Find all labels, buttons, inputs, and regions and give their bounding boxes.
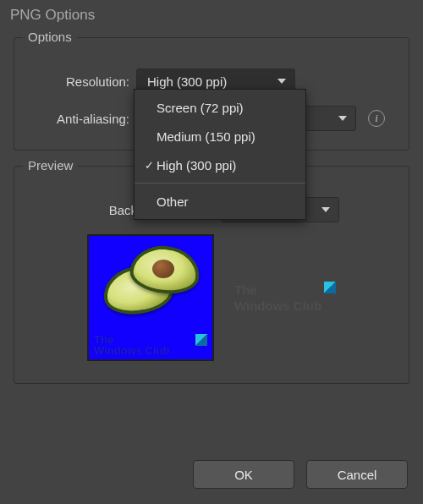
watermark: The Windows Club bbox=[94, 334, 207, 356]
menu-item-high[interactable]: ✓ High (300 ppi) bbox=[135, 151, 305, 179]
resolution-selected-value: High (300 ppi) bbox=[147, 74, 227, 89]
anti-aliasing-label: Anti-aliasing: bbox=[30, 112, 129, 126]
cancel-button[interactable]: Cancel bbox=[306, 460, 408, 489]
menu-item-label: Medium (150 ppi) bbox=[157, 129, 255, 144]
preview-thumbnail: The Windows Club bbox=[87, 234, 214, 361]
chevron-down-icon bbox=[277, 79, 286, 84]
menu-item-other[interactable]: Other bbox=[135, 187, 305, 216]
menu-item-label: High (300 ppi) bbox=[157, 158, 236, 173]
ok-button[interactable]: OK bbox=[193, 460, 294, 489]
window-title: PNG Options bbox=[0, 0, 423, 32]
preview-body: The Windows Club The Windows Club bbox=[30, 234, 393, 361]
chevron-down-icon bbox=[321, 207, 330, 212]
side-watermark: The Windows Club bbox=[234, 282, 336, 315]
menu-item-screen[interactable]: Screen (72 ppi) bbox=[135, 93, 305, 122]
preview-image bbox=[100, 243, 201, 327]
options-panel: Options Resolution: High (300 ppi) Anti-… bbox=[14, 37, 409, 151]
menu-separator bbox=[135, 183, 305, 184]
check-icon: ✓ bbox=[141, 159, 157, 172]
windows-flag-icon bbox=[324, 282, 336, 293]
chevron-down-icon bbox=[338, 116, 347, 121]
windows-flag-icon bbox=[195, 334, 207, 346]
options-legend: Options bbox=[23, 30, 77, 44]
menu-item-medium[interactable]: Medium (150 ppi) bbox=[135, 122, 305, 151]
preview-legend: Preview bbox=[23, 158, 78, 173]
menu-item-label: Screen (72 ppi) bbox=[157, 101, 244, 115]
resolution-dropdown-menu: Screen (72 ppi) Medium (150 ppi) ✓ High … bbox=[134, 89, 306, 220]
dialog-buttons: OK Cancel bbox=[193, 460, 408, 489]
info-icon[interactable]: i bbox=[368, 110, 385, 127]
menu-item-label: Other bbox=[157, 194, 189, 209]
resolution-label: Resolution: bbox=[30, 74, 129, 89]
